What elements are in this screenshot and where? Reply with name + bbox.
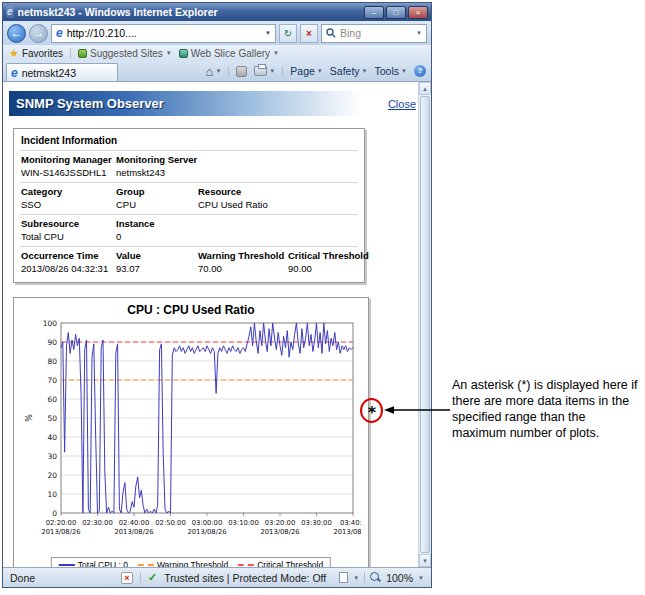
chevron-down-icon[interactable]: ▼ [353, 575, 359, 581]
incident-information-panel: Incident Information Monitoring Manager … [13, 128, 365, 283]
svg-text:02:30:00: 02:30:00 [82, 519, 113, 527]
browser-window: e netmskt243 - Windows Internet Explorer… [2, 2, 432, 588]
field-value: 2013/08/26 04:32:31 [21, 262, 116, 275]
feeds-icon[interactable] [236, 66, 247, 77]
search-input[interactable]: Bing [340, 27, 412, 39]
suggested-sites-button[interactable]: Suggested Sites ▼ [78, 48, 172, 59]
field-value: 93.07 [116, 262, 198, 275]
minimize-button[interactable]: – [364, 6, 384, 19]
search-icon [326, 28, 336, 38]
chevron-down-icon: ▼ [317, 68, 323, 74]
view-mode-icon[interactable] [339, 572, 348, 583]
zoom-icon[interactable] [370, 572, 381, 583]
svg-text:2013/08/26: 2013/08/26 [41, 528, 80, 536]
legend-label: Critical Threshold [257, 560, 323, 567]
cpu-chart-svg: 010203040506070809010002:20:002013/08/26… [21, 318, 361, 540]
refresh-button[interactable]: ↻ [279, 24, 297, 43]
incident-row-group: Occurrence Time Value Warning Threshold … [20, 246, 358, 278]
address-history-chevron-icon[interactable]: ▼ [265, 30, 271, 36]
chevron-down-icon: ▼ [166, 50, 172, 56]
window-titlebar[interactable]: e netmskt243 - Windows Internet Explorer… [3, 3, 431, 21]
screenshot-canvas: e netmskt243 - Windows Internet Explorer… [0, 0, 645, 595]
separator [282, 66, 283, 77]
svg-text:2013/08/26: 2013/08/26 [187, 528, 226, 536]
favorites-button[interactable]: ★ Favorites [9, 48, 63, 59]
tab-bar: e netmskt243 ⌂ ▼ ▼ Page ▼ [3, 61, 431, 81]
incident-panel-title: Incident Information [20, 134, 358, 150]
suggested-sites-label: Suggested Sites [90, 48, 163, 59]
page-title: SNMP System Observer [16, 96, 164, 111]
chevron-down-icon: ▼ [273, 50, 279, 56]
legend-line-sample [238, 564, 254, 566]
search-options-chevron-icon[interactable]: ▼ [416, 30, 422, 36]
field-value: 0 [116, 230, 358, 243]
tools-menu-label: Tools [375, 65, 400, 77]
chevron-down-icon: ▼ [269, 68, 275, 74]
safety-menu-button[interactable]: Safety ▼ [330, 65, 368, 77]
address-bar[interactable]: e http://10.210.... ▼ [51, 24, 276, 43]
page-favicon-icon: e [56, 27, 63, 39]
address-text[interactable]: http://10.210.... [67, 27, 261, 39]
separator [70, 48, 71, 59]
legend-item: Total CPU : 0 [59, 560, 128, 567]
svg-text:02:20:00: 02:20:00 [46, 519, 77, 527]
svg-text:50: 50 [47, 414, 57, 423]
separator [364, 572, 365, 583]
field-value: CPU Used Ratio [198, 198, 358, 211]
svg-text:2013/08/26: 2013/08/26 [260, 528, 299, 536]
web-slice-gallery-button[interactable]: Web Slice Gallery ▼ [179, 48, 279, 59]
back-button[interactable]: ← [7, 24, 26, 43]
vertical-scrollbar[interactable]: ▲ ▼ [418, 82, 431, 567]
search-box[interactable]: Bing ▼ [321, 24, 427, 43]
close-page-link[interactable]: Close [388, 98, 416, 110]
forward-button[interactable]: → [29, 24, 48, 43]
svg-text:10: 10 [47, 490, 57, 499]
printer-icon [254, 66, 267, 76]
incident-row-group: Monitoring Manager Monitoring Server WIN… [20, 150, 358, 182]
print-button[interactable]: ▼ [254, 66, 275, 76]
safety-menu-label: Safety [330, 65, 360, 77]
favorites-bar: ★ Favorites Suggested Sites ▼ Web Slice … [3, 45, 431, 61]
navigation-bar: ← → e http://10.210.... ▼ ↻ × Bing ▼ [3, 21, 431, 45]
annotation-text: An asterisk (*) is displayed here if the… [452, 377, 642, 441]
command-bar: ⌂ ▼ ▼ Page ▼ Safety ▼ [124, 61, 428, 81]
svg-text:2013/08/26: 2013/08/26 [114, 528, 153, 536]
page-menu-button[interactable]: Page ▼ [290, 65, 322, 77]
field-value: 70.00 [198, 262, 288, 275]
chevron-down-icon[interactable]: ▼ [418, 575, 424, 581]
legend-item: Warning Threshold [138, 560, 228, 567]
web-slice-label: Web Slice Gallery [191, 48, 270, 59]
chart-title: CPU : CPU Used Ratio [14, 303, 368, 317]
security-zone-text: Trusted sites | Protected Mode: Off [164, 572, 326, 584]
svg-text:40: 40 [47, 433, 57, 442]
zoom-level[interactable]: 100% [386, 572, 413, 584]
status-bar: Done × ✓ Trusted sites | Protected Mode:… [3, 567, 431, 587]
web-slice-icon [179, 49, 188, 58]
svg-text:20: 20 [47, 471, 57, 480]
maximize-button[interactable]: □ [386, 6, 406, 19]
legend-line-sample [59, 564, 75, 566]
tab-netmskt243[interactable]: e netmskt243 [6, 63, 118, 81]
incident-row-group: Subresource Instance Total CPU 0 [20, 214, 358, 246]
tools-menu-button[interactable]: Tools ▼ [375, 65, 407, 77]
scroll-up-icon[interactable]: ▲ [419, 82, 431, 95]
error-icon[interactable]: × [121, 572, 133, 584]
field-value: WIN-S146JSSDHL1 [21, 166, 116, 179]
window-title: netmskt243 - Windows Internet Explorer [18, 6, 360, 18]
svg-text:70: 70 [47, 376, 57, 385]
tab-label: netmskt243 [22, 67, 76, 79]
svg-text:30: 30 [47, 452, 57, 461]
scroll-down-icon[interactable]: ▼ [419, 554, 431, 567]
suggested-sites-icon [78, 49, 87, 58]
field-value: CPU [116, 198, 198, 211]
scrollbar-thumb[interactable] [420, 96, 430, 553]
ie-favicon-icon: e [6, 6, 14, 18]
stop-button[interactable]: × [300, 24, 318, 43]
close-window-button[interactable]: × [408, 6, 428, 19]
legend-label: Total CPU : 0 [78, 560, 128, 567]
field-value: SSO [21, 198, 116, 211]
help-button[interactable]: ? [414, 65, 426, 77]
home-button[interactable]: ⌂ ▼ [206, 65, 222, 78]
annotation-arrow [384, 403, 450, 417]
field-label: Occurrence Time [21, 250, 116, 262]
